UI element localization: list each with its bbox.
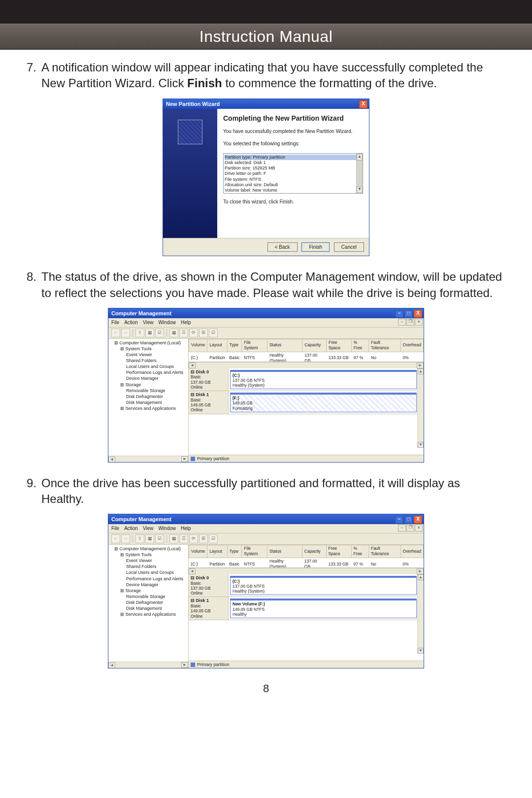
wizard-finish-button[interactable]: Finish (301, 242, 330, 252)
toolbar-button[interactable]: ⟳ (189, 329, 198, 337)
wizard-list-scrollbar[interactable]: ▲▼ (356, 154, 363, 193)
table-row[interactable]: (C:)PartitionBasicNTFSHealthy (System)13… (189, 558, 424, 568)
tree-node[interactable]: Local Users and Groups (109, 569, 187, 575)
inner-window-button[interactable]: x (415, 319, 423, 326)
scroll-down-icon[interactable]: ▼ (418, 442, 424, 448)
tree-node[interactable]: Device Manager (109, 582, 187, 588)
column-header[interactable]: Free Space (326, 545, 351, 558)
volume-list[interactable]: VolumeLayoutTypeFile SystemStatusCapacit… (189, 339, 424, 362)
tree-node[interactable]: Event Viewer (109, 352, 187, 358)
inner-window-button[interactable]: x (415, 525, 423, 532)
column-header[interactable]: Fault Tolerance (369, 339, 401, 352)
partition-bar[interactable]: (C:)137.00 GB NTFSHealthy (System) (230, 370, 417, 390)
column-header[interactable]: File System (242, 545, 267, 558)
cm-maximize-button[interactable]: □ (404, 310, 413, 318)
tree-node[interactable]: ⊞ Services and Applications (109, 611, 187, 617)
toolbar-button[interactable]: ▦ (145, 329, 154, 337)
tree-node[interactable]: Disk Defragmenter (109, 599, 187, 605)
wizard-back-button[interactable]: < Back (267, 242, 298, 252)
menu-view[interactable]: View (143, 320, 154, 325)
scroll-right-icon[interactable]: ► (417, 363, 424, 368)
toolbar-button[interactable]: ← (111, 329, 120, 337)
menu-action[interactable]: Action (124, 526, 138, 531)
toolbar-button[interactable]: → (121, 534, 130, 543)
toolbar-button[interactable]: ⇧ (135, 534, 144, 543)
column-header[interactable]: Layout (207, 339, 227, 352)
column-header[interactable]: Volume (189, 545, 207, 558)
toolbar-button[interactable]: ☑ (155, 329, 164, 337)
toolbar-button[interactable]: ▦ (145, 534, 154, 543)
column-header[interactable]: % Free (351, 339, 368, 352)
column-header[interactable]: Layout (207, 545, 227, 558)
toolbar-button[interactable]: ☒ (199, 534, 208, 543)
scroll-right-icon[interactable]: ► (181, 456, 188, 462)
tree-node[interactable]: ⊞ Storage (109, 588, 187, 594)
toolbar-button[interactable]: ▦ (169, 329, 178, 337)
toolbar-button[interactable]: → (121, 329, 130, 337)
toolbar-button[interactable]: ⟳ (189, 534, 198, 543)
scroll-left-icon[interactable]: ◄ (108, 663, 115, 668)
toolbar-button[interactable]: ☑ (209, 534, 218, 543)
cm-maximize-button[interactable]: □ (404, 516, 413, 524)
scroll-up-icon[interactable]: ▲ (418, 368, 424, 374)
tree-node[interactable]: Performance Logs and Alerts (109, 369, 187, 375)
tree-node[interactable]: Device Manager (109, 375, 187, 381)
inner-window-button[interactable]: – (398, 319, 406, 326)
column-header[interactable]: File System (242, 339, 267, 352)
toolbar-button[interactable]: ☑ (155, 534, 164, 543)
menu-window[interactable]: Window (158, 526, 176, 531)
cm-close-button[interactable]: X (414, 310, 422, 318)
tree-node[interactable]: Shared Folders (109, 358, 187, 364)
column-header[interactable]: Status (267, 339, 302, 352)
scroll-down-icon[interactable]: ▼ (357, 186, 363, 193)
inner-window-button[interactable]: ❐ (406, 525, 414, 532)
toolbar-button[interactable]: ← (111, 534, 120, 543)
partition-bar[interactable]: (C:)137.00 GB NTFSHealthy (System) (230, 576, 417, 596)
cm-tree[interactable]: ⊞ Computer Management (Local)⊞ System To… (108, 545, 189, 668)
menu-window[interactable]: Window (158, 320, 176, 325)
menu-help[interactable]: Help (181, 320, 191, 325)
column-header[interactable]: Type (227, 339, 242, 352)
scroll-right-icon[interactable]: ► (417, 568, 424, 574)
tree-node[interactable]: Shared Folders (109, 564, 187, 569)
tree-node[interactable]: Disk Defragmenter (109, 394, 187, 399)
column-header[interactable]: Type (227, 545, 242, 558)
tree-node[interactable]: Event Viewer (109, 558, 187, 564)
tree-node[interactable]: ⊞ Computer Management (Local) (109, 340, 187, 346)
column-header[interactable]: Free Space (326, 339, 351, 352)
column-header[interactable]: % Free (351, 545, 368, 558)
column-header[interactable]: Status (267, 545, 302, 558)
tree-node[interactable]: Disk Management (109, 399, 187, 405)
tree-node[interactable]: Disk Management (109, 605, 187, 611)
table-row[interactable]: (C:)PartitionBasicNTFSHealthy (System)13… (189, 352, 424, 362)
wizard-close-button[interactable]: X (359, 100, 367, 108)
tree-node[interactable]: ⊞ System Tools (109, 552, 187, 558)
column-header[interactable]: Capacity (302, 339, 327, 352)
cm-tree[interactable]: ⊞ Computer Management (Local)⊞ System To… (108, 339, 189, 462)
tree-node[interactable]: Performance Logs and Alerts (109, 576, 187, 582)
toolbar-button[interactable]: ⇧ (135, 329, 144, 337)
toolbar-button[interactable]: ▦ (169, 534, 178, 543)
scroll-up-icon[interactable]: ▲ (357, 154, 363, 161)
toolbar-button[interactable]: ☰ (179, 534, 188, 543)
cm-minimize-button[interactable]: – (395, 310, 403, 318)
column-header[interactable]: Overhead (400, 339, 423, 352)
scroll-left-icon[interactable]: ◄ (189, 568, 196, 574)
tree-node[interactable]: ⊞ Computer Management (Local) (109, 546, 187, 552)
partition-bar[interactable]: (F:)149.05 GBFormatting (230, 393, 417, 412)
scroll-left-icon[interactable]: ◄ (189, 363, 196, 368)
tree-node[interactable]: Removable Storage (109, 388, 187, 394)
scroll-left-icon[interactable]: ◄ (108, 457, 115, 462)
scroll-up-icon[interactable]: ▲ (418, 574, 424, 580)
tree-node[interactable]: ⊞ System Tools (109, 346, 187, 352)
toolbar-button[interactable]: ☰ (179, 329, 188, 337)
menu-help[interactable]: Help (181, 526, 191, 531)
column-header[interactable]: Fault Tolerance (368, 545, 400, 558)
inner-window-button[interactable]: – (398, 525, 406, 532)
tree-node[interactable]: ⊞ Services and Applications (109, 405, 187, 411)
tree-node[interactable]: Local Users and Groups (109, 364, 187, 369)
volume-list[interactable]: VolumeLayoutTypeFile SystemStatusCapacit… (189, 545, 424, 568)
menu-view[interactable]: View (143, 526, 154, 531)
column-header[interactable]: Capacity (302, 545, 326, 558)
menu-file[interactable]: File (111, 320, 119, 325)
